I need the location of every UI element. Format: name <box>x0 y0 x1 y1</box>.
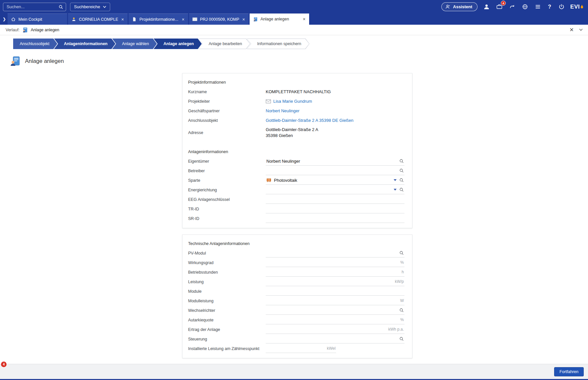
anschlussobjekt-link[interactable]: Gottlieb-Daimler-Straße 2 A 35398 DE Gie… <box>266 118 354 123</box>
search-icon[interactable] <box>399 187 404 192</box>
sparte-field[interactable]: Photovoltaik <box>266 176 404 185</box>
field-label: PV-Modul <box>188 251 266 256</box>
autarkiequote-input[interactable] <box>266 317 398 322</box>
module-row: Module <box>188 286 404 296</box>
notification-badge[interactable]: 4 <box>501 1 506 6</box>
search-scope-dropdown[interactable]: Suchbereiche <box>70 3 110 11</box>
eeg-input[interactable] <box>266 197 404 202</box>
close-icon[interactable]: ✕ <box>570 27 574 33</box>
tab-label: Mein Cockpit <box>18 17 64 22</box>
energierichtung-field[interactable] <box>266 186 404 194</box>
chevron-down-icon[interactable] <box>394 189 397 191</box>
tab-overflow-chevron-icon[interactable]: ❯ <box>1 14 8 25</box>
sr-id-field[interactable] <box>266 214 404 223</box>
tab-anlage-anlegen[interactable]: Anlage anlegen × <box>250 14 309 25</box>
wizard-step-anlage-waehlen[interactable]: Anlage wählen <box>112 39 157 49</box>
eigentuemer-row: Eigentümer <box>188 156 404 166</box>
adresse-line1: Gottlieb-Daimler-Straße 2 A <box>266 127 318 133</box>
field-label: Eigentümer <box>188 159 266 164</box>
global-search-box[interactable] <box>3 3 66 11</box>
sr-id-input[interactable] <box>266 216 404 221</box>
betriebsstunden-input[interactable] <box>266 270 399 275</box>
menu-button[interactable] <box>534 3 542 11</box>
logout-button[interactable] <box>557 3 565 11</box>
tab-close-icon[interactable]: × <box>242 16 246 22</box>
wizard-step-anlage-anlegen[interactable]: Anlage anlegen <box>154 39 202 49</box>
unit-label: kWh p.a. <box>388 327 404 332</box>
installierte-leistung-field[interactable]: kWel <box>266 344 336 353</box>
field-label: Autarkiequote <box>188 318 266 322</box>
anlage-icon <box>253 16 258 22</box>
email-icon[interactable] <box>266 99 271 103</box>
tasks-button[interactable]: 4 <box>495 3 503 11</box>
search-input[interactable] <box>6 4 57 10</box>
tab-close-icon[interactable]: × <box>181 16 185 22</box>
wizard-step-anlage-bearbeiten: Anlage bearbeiten <box>198 39 250 49</box>
ertrag-field[interactable]: kWh p.a. <box>266 325 404 334</box>
tr-id-field[interactable] <box>266 205 404 213</box>
tab-label: Projektinformatione... <box>139 17 179 22</box>
history-bar: Verlauf: Anlage anlegen ✕ <box>0 25 588 35</box>
module-input[interactable] <box>266 289 404 294</box>
search-icon[interactable] <box>399 251 404 255</box>
steuerung-row: Steuerung <box>188 334 404 344</box>
steuerung-field[interactable] <box>266 335 404 343</box>
search-icon[interactable] <box>399 159 404 163</box>
history-current-page[interactable]: Anlage anlegen <box>31 28 59 32</box>
search-icon[interactable] <box>399 308 404 312</box>
tr-id-input[interactable] <box>266 206 404 211</box>
leistung-input[interactable] <box>266 279 392 284</box>
modulleistung-input[interactable] <box>266 298 398 303</box>
tab-close-icon[interactable]: × <box>302 16 306 22</box>
betreiber-field[interactable] <box>266 167 404 175</box>
redo-button[interactable] <box>508 3 516 11</box>
tab-mein-cockpit[interactable]: Mein Cockpit <box>8 14 67 25</box>
assistant-label: Assistent <box>453 4 473 9</box>
tab-cornelia[interactable]: CORNELIA COMPLE... × <box>68 14 128 25</box>
business-partner-icon <box>71 17 76 22</box>
wizard-step-anschlussobjekt[interactable]: Anschlussobjekt <box>13 39 57 49</box>
energierichtung-input[interactable] <box>266 187 391 192</box>
wirkungsgrad-field[interactable]: % <box>266 258 404 267</box>
projektleiter-link[interactable]: Lisa Marie Gundrum <box>273 99 312 104</box>
wizard-step-label: Anlage wählen <box>122 41 149 46</box>
autarkiequote-field[interactable]: % <box>266 316 404 324</box>
assistant-button[interactable]: Assistent <box>441 2 478 11</box>
search-icon[interactable] <box>399 178 404 182</box>
fortfahren-button[interactable]: Fortfahren <box>554 367 584 376</box>
geschaeftspartner-link[interactable]: Norbert Neulinger <box>266 108 300 113</box>
eeg-field[interactable] <box>266 195 404 204</box>
wechselrichter-input[interactable] <box>266 308 397 313</box>
wechselrichter-field[interactable] <box>266 306 404 315</box>
leistung-field[interactable]: kW/p <box>266 278 404 286</box>
betreiber-input[interactable] <box>266 168 397 173</box>
error-count-badge[interactable]: 4 <box>1 362 7 367</box>
chevron-down-icon[interactable] <box>394 179 397 181</box>
wizard-step-anlageninformationen[interactable]: Anlageninformationen <box>54 39 115 49</box>
help-button[interactable]: ? <box>547 4 552 10</box>
pv-modul-input[interactable] <box>266 251 397 256</box>
pv-modul-field[interactable] <box>266 249 404 258</box>
map-button[interactable] <box>521 3 529 11</box>
field-label: Module <box>188 289 266 294</box>
betriebsstunden-field[interactable]: h <box>266 268 404 277</box>
search-icon[interactable] <box>399 168 404 173</box>
search-icon[interactable] <box>399 337 404 341</box>
wizard-step-label: Anschlussobjekt <box>20 41 49 46</box>
user-button[interactable] <box>482 3 490 11</box>
eigentuemer-field[interactable] <box>266 157 404 166</box>
installierte-leistung-input[interactable] <box>266 346 324 351</box>
search-icon[interactable] <box>59 5 63 9</box>
module-field[interactable] <box>266 287 404 296</box>
eigentuemer-input[interactable] <box>266 159 397 164</box>
steuerung-input[interactable] <box>266 337 397 341</box>
chevron-down-icon[interactable] <box>579 29 583 31</box>
wizard-steps: Anschlussobjekt Anlageninformationen Anl… <box>13 39 588 49</box>
betriebsstunden-row: Betriebsstunden h <box>188 267 404 277</box>
modulleistung-field[interactable]: W <box>266 297 404 305</box>
tab-prj-0000509[interactable]: PRJ 0000509, KOMPL... × <box>189 14 249 25</box>
tab-projektinformationen[interactable]: Projektinformatione... × <box>129 14 188 25</box>
ertrag-input[interactable] <box>266 327 386 332</box>
wirkungsgrad-input[interactable] <box>266 260 398 265</box>
tab-close-icon[interactable]: × <box>121 16 125 22</box>
